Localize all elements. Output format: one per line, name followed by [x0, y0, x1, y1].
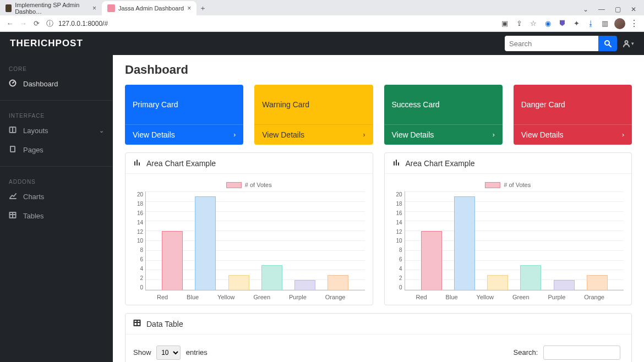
share-icon[interactable]: ⇪: [514, 19, 524, 28]
bars: [146, 191, 365, 290]
bar[interactable]: [454, 196, 475, 290]
sidebar-item-label: Dashboard: [23, 80, 58, 88]
sidepanel-icon[interactable]: ▥: [600, 19, 610, 28]
sidebar-section-core: CORE: [0, 61, 113, 74]
x-axis: RedBlueYellowGreenPurpleOrange: [392, 290, 624, 300]
bar[interactable]: [228, 275, 249, 290]
plot-area: [405, 191, 624, 290]
reload-button[interactable]: ⟳: [32, 19, 41, 28]
stat-card-link[interactable]: View Details ›: [125, 124, 243, 145]
bar-chart: 20181614121086420: [392, 191, 624, 290]
x-tick: Red: [157, 294, 168, 300]
stat-card-primary: Primary Card View Details ›: [125, 85, 243, 145]
chevron-down-icon[interactable]: ⌄: [583, 6, 588, 13]
cast-icon[interactable]: ▣: [500, 19, 510, 28]
sidebar-item-pages[interactable]: Pages: [0, 140, 113, 160]
bar[interactable]: [421, 231, 442, 290]
top-navbar: THERICHPOST ▾: [0, 32, 644, 55]
back-button[interactable]: ←: [6, 19, 14, 28]
close-icon[interactable]: ×: [92, 4, 96, 12]
bar[interactable]: [328, 275, 348, 290]
search-button[interactable]: [598, 36, 617, 51]
bar[interactable]: [554, 280, 575, 290]
bar[interactable]: [520, 265, 541, 290]
stat-card-success: Success Card View Details ›: [384, 85, 503, 145]
bar[interactable]: [294, 280, 315, 290]
show-label: Show: [133, 348, 151, 356]
bar[interactable]: [487, 275, 508, 290]
x-tick: Orange: [584, 294, 604, 300]
divider: [0, 166, 113, 167]
sidebar-item-layouts[interactable]: Layouts ⌄: [0, 121, 113, 140]
sidebar-item-dashboard[interactable]: Dashboard: [0, 74, 113, 94]
kebab-menu-icon[interactable]: ⋮: [630, 18, 638, 29]
sidebar-item-label: Charts: [23, 193, 44, 201]
extensions-icon[interactable]: ✦: [571, 19, 581, 28]
gauge-icon: [9, 79, 17, 89]
bar[interactable]: [261, 265, 282, 290]
legend-swatch: [485, 182, 500, 188]
chart-legend[interactable]: # of Votes: [133, 182, 365, 188]
favicon: [107, 4, 115, 12]
chart-legend[interactable]: # of Votes: [392, 182, 624, 188]
link-label: View Details: [392, 130, 434, 139]
search-input[interactable]: [505, 36, 598, 51]
link-label: View Details: [262, 130, 304, 139]
stat-card-link[interactable]: View Details ›: [384, 124, 503, 145]
browser-tab-inactive[interactable]: Implementing SP Admin Dashbo… ×: [0, 1, 102, 15]
extension-icon[interactable]: ◉: [543, 19, 553, 28]
y-axis: 20181614121086420: [133, 191, 145, 290]
window-maximize-button[interactable]: ▢: [615, 6, 621, 13]
sidebar-section-interface: INTERFACE: [0, 107, 113, 121]
chart-panel-1: Area Chart Example # of Votes 2018161412…: [125, 152, 373, 305]
bookmark-icon[interactable]: ☆: [528, 19, 538, 28]
panel-title: Data Table: [146, 320, 183, 328]
address-bar[interactable]: 127.0.0.1:8000/#: [58, 20, 495, 28]
bar-chart-icon: [392, 158, 400, 168]
user-menu[interactable]: ▾: [623, 40, 634, 47]
stat-card-title: Danger Card: [514, 85, 632, 124]
legend-swatch: [226, 182, 242, 188]
table-icon: [133, 319, 141, 328]
charts-row: Area Chart Example # of Votes 2018161412…: [125, 152, 632, 305]
search-icon: [604, 40, 612, 47]
x-tick: Green: [253, 294, 270, 300]
x-tick: Blue: [187, 294, 199, 300]
stat-card-link[interactable]: View Details ›: [254, 124, 373, 145]
browser-tab-active[interactable]: Jassa Admin Dashboard ×: [102, 1, 197, 15]
site-info-icon[interactable]: ⓘ: [45, 19, 54, 28]
bar[interactable]: [195, 196, 216, 290]
window-close-button[interactable]: ✕: [631, 6, 636, 13]
legend-label: # of Votes: [504, 182, 531, 188]
page-size-select[interactable]: 10: [156, 345, 181, 360]
panel-title: Area Chart Example: [146, 159, 216, 168]
panel-title: Area Chart Example: [406, 159, 475, 168]
x-tick: Purple: [548, 294, 565, 300]
chart-panel-2: Area Chart Example # of Votes 2018161412…: [384, 152, 632, 305]
table-search-input[interactable]: [543, 345, 620, 360]
legend-label: # of Votes: [245, 182, 272, 188]
stat-card-title: Success Card: [384, 85, 503, 124]
shield-icon[interactable]: ⛊: [557, 19, 567, 28]
sidebar-item-label: Pages: [23, 146, 43, 154]
close-icon[interactable]: ×: [187, 4, 191, 12]
profile-avatar[interactable]: [614, 18, 625, 29]
chevron-down-icon: ⌄: [99, 127, 104, 134]
x-tick: Purple: [289, 294, 307, 300]
columns-icon: [9, 126, 17, 135]
tab-title: Jassa Admin Dashboard: [118, 5, 184, 12]
sidebar-item-tables[interactable]: Tables: [0, 206, 113, 226]
svg-point-2: [625, 41, 628, 43]
download-icon[interactable]: ⭳: [586, 19, 596, 28]
sidebar-item-charts[interactable]: Charts: [0, 187, 113, 206]
new-tab-button[interactable]: ＋: [197, 3, 209, 15]
bar[interactable]: [162, 231, 183, 290]
window-minimize-button[interactable]: —: [598, 6, 605, 13]
bar-chart-icon: [133, 158, 141, 168]
bar[interactable]: [587, 275, 608, 290]
brand-logo[interactable]: THERICHPOST: [10, 38, 83, 49]
stat-card-link[interactable]: View Details ›: [514, 124, 632, 145]
book-icon: [9, 145, 17, 155]
svg-line-1: [609, 45, 611, 47]
forward-button[interactable]: →: [19, 19, 28, 28]
